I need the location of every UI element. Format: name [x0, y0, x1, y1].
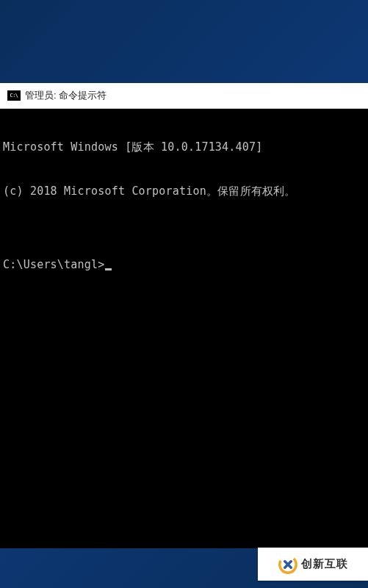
watermark-badge: 创新互联 — [258, 548, 368, 581]
terminal-output-line: Microsoft Windows [版本 10.0.17134.407] — [3, 140, 365, 154]
command-prompt-window: C:\ 管理员: 命令提示符 Microsoft Windows [版本 10.… — [0, 83, 368, 548]
watermark-logo-icon — [278, 554, 298, 575]
window-titlebar[interactable]: C:\ 管理员: 命令提示符 — [0, 83, 368, 109]
terminal-output-line: (c) 2018 Microsoft Corporation。保留所有权利。 — [3, 184, 365, 198]
window-title: 管理员: 命令提示符 — [25, 89, 107, 102]
terminal-prompt: C:\Users\tangl> — [3, 257, 104, 272]
terminal-area[interactable]: Microsoft Windows [版本 10.0.17134.407] (c… — [0, 109, 368, 548]
cmd-icon: C:\ — [7, 90, 21, 101]
watermark-text: 创新互联 — [301, 557, 348, 571]
terminal-prompt-line: C:\Users\tangl> — [3, 257, 365, 272]
cmd-icon-text: C:\ — [10, 93, 18, 98]
terminal-cursor — [105, 268, 112, 270]
